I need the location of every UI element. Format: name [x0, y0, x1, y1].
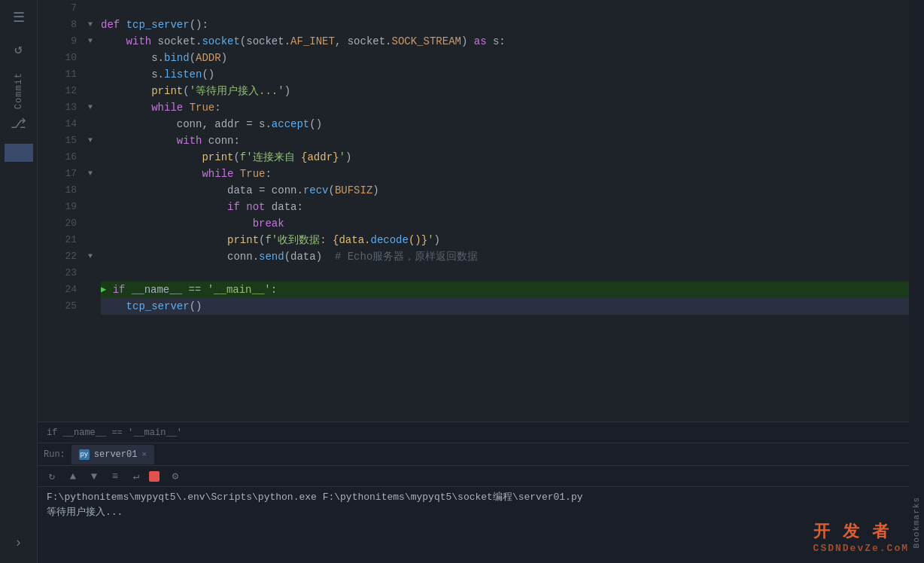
run-panel: Run: py server01 × ↻ ▲ ▼ ≡ ↵ ⚙ F:\python… [38, 443, 909, 563]
fold-8[interactable]: ▼ [83, 17, 98, 33]
code-line-22: conn.send(data) # Echo服务器，原样返回数据 [101, 248, 909, 265]
run-tabs: Run: py server01 × [38, 443, 909, 466]
fold-23 [83, 265, 98, 282]
fold-gutter: ▼ ▼ ▼ ▼ ▼ ▼ [83, 0, 98, 421]
code-line-21: print(f'收到数据: {data.decode()}') [101, 232, 909, 248]
fold-22[interactable]: ▼ [83, 248, 98, 265]
fold-17[interactable]: ▼ [83, 166, 98, 182]
line-num-12: 12 [44, 83, 77, 99]
watermark: 开 发 者 CSDNDevZe.CoM [813, 520, 909, 554]
run-tab-close[interactable]: × [141, 450, 147, 459]
code-line-17: while True: [101, 166, 909, 182]
code-line-14: conn, addr = s.accept() [101, 116, 909, 132]
fold-20 [83, 215, 98, 232]
line-num-9: 9 [44, 33, 77, 50]
code-content[interactable]: def tcp_server(): with socket.socket(soc… [98, 0, 909, 421]
code-line-19: if not data: [101, 199, 909, 215]
code-line-18: data = conn.recv(BUFSIZ) [101, 182, 909, 199]
run-output-path: F:\pythonitems\mypyqt5\.env\Scripts\pyth… [47, 490, 900, 505]
editor-container: 7 8 9 10 11 12 13 14 15 16 17 18 19 20 2… [38, 0, 909, 563]
fold-14 [83, 116, 98, 132]
fold-24 [83, 282, 98, 298]
line-num-18: 18 [44, 182, 77, 199]
code-line-25: tcp_server() [101, 298, 909, 315]
fold-12 [83, 83, 98, 99]
line-num-10: 10 [44, 50, 77, 66]
run-settings-btn[interactable]: ⚙ [167, 468, 184, 485]
fold-10 [83, 50, 98, 66]
code-line-13: while True: [101, 99, 909, 116]
code-line-9: with socket.socket(socket.AF_INET, socke… [101, 33, 909, 50]
sidebar-git-icon[interactable]: ⎇ [5, 109, 33, 138]
run-label: Run: [44, 449, 65, 460]
code-line-7 [101, 0, 909, 17]
code-line-8: def tcp_server(): [101, 17, 909, 33]
sidebar-arrow-icon[interactable]: › [5, 528, 33, 557]
code-line-23 [101, 265, 909, 282]
watermark-sub: CSDNDevZe.CoM [813, 543, 909, 554]
line-num-15: 15 [44, 132, 77, 149]
bookmarks-label: Bookmarks [912, 497, 921, 548]
code-line-10: s.bind(ADDR) [101, 50, 909, 66]
python-icon: py [79, 449, 90, 460]
line-num-13: 13 [44, 99, 77, 116]
run-output-waiting: 等待用户接入... [47, 505, 900, 520]
code-area[interactable]: 7 8 9 10 11 12 13 14 15 16 17 18 19 20 2… [38, 0, 909, 421]
line-num-23: 23 [44, 265, 77, 282]
fold-13[interactable]: ▼ [83, 99, 98, 116]
run-restart-btn[interactable]: ↻ [44, 468, 60, 485]
line-num-21: 21 [44, 232, 77, 248]
line-numbers: 7 8 9 10 11 12 13 14 15 16 17 18 19 20 2… [38, 0, 83, 421]
line-num-11: 11 [44, 66, 77, 83]
run-filter-btn[interactable]: ≡ [107, 468, 123, 485]
sidebar-refresh-icon[interactable]: ↺ [5, 35, 33, 63]
code-line-12: print('等待用户接入...') [101, 83, 909, 99]
fold-15[interactable]: ▼ [83, 132, 98, 149]
run-tab-name: server01 [94, 449, 138, 460]
sidebar-commit-label[interactable]: Commit [14, 72, 24, 109]
fold-9[interactable]: ▼ [83, 33, 98, 50]
run-wrap-btn[interactable]: ↵ [128, 468, 144, 485]
code-editor: 7 8 9 10 11 12 13 14 15 16 17 18 19 20 2… [38, 0, 909, 421]
breadcrumb-bar: if __name__ == '__main__' [38, 421, 909, 443]
line-num-24: 24 [44, 282, 77, 298]
fold-16 [83, 149, 98, 166]
code-line-16: print(f'连接来自 {addr}') [101, 149, 909, 166]
fold-19 [83, 199, 98, 215]
breadcrumb-text: if __name__ == '__main__' [47, 428, 182, 438]
run-toolbar: ↻ ▲ ▼ ≡ ↵ ⚙ [38, 466, 909, 487]
line-num-16: 16 [44, 149, 77, 166]
line-num-17: 17 [44, 166, 77, 182]
left-sidebar: ☰ ↺ Commit ⎇ › [0, 0, 38, 563]
line-num-8: 8 [44, 17, 77, 33]
code-line-24: ▶ if __name__ == '__main__': [101, 282, 909, 298]
run-stop-btn[interactable] [149, 471, 160, 482]
code-line-11: s.listen() [101, 66, 909, 83]
code-line-15: with conn: [101, 132, 909, 149]
fold-7 [83, 0, 98, 17]
code-line-20: break [101, 215, 909, 232]
watermark-main: 开 发 者 [813, 520, 909, 543]
line-num-7: 7 [44, 0, 77, 17]
line-num-20: 20 [44, 215, 77, 232]
fold-11 [83, 66, 98, 83]
run-tab-server01[interactable]: py server01 × [71, 445, 154, 464]
run-scroll-down-btn[interactable]: ▼ [86, 468, 102, 485]
line-num-25: 25 [44, 298, 77, 315]
sidebar-menu-icon[interactable]: ☰ [5, 3, 33, 32]
run-scroll-up-btn[interactable]: ▲ [65, 468, 81, 485]
bookmarks-sidebar: Bookmarks [909, 0, 924, 563]
fold-18 [83, 182, 98, 199]
fold-21 [83, 232, 98, 248]
run-output: F:\pythonitems\mypyqt5\.env\Scripts\pyth… [38, 487, 909, 563]
line-num-19: 19 [44, 199, 77, 215]
fold-25 [83, 298, 98, 315]
line-num-22: 22 [44, 248, 77, 265]
line-num-14: 14 [44, 116, 77, 132]
sidebar-blue-block [5, 144, 33, 162]
